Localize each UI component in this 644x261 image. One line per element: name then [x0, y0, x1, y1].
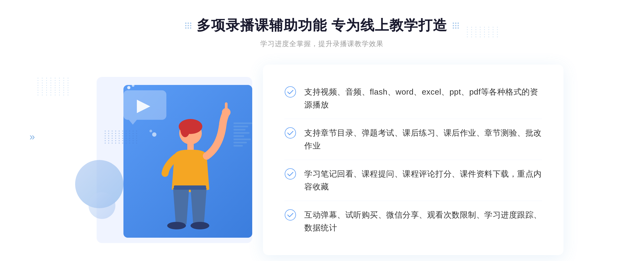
feature-text-3: 学习笔记回看、课程提问、课程评论打分、课件资料下载，重点内容收藏 [304, 167, 542, 193]
check-circle-icon-2 [284, 127, 296, 139]
page-title: 多项录播课辅助功能 专为线上教学打造 [197, 16, 447, 35]
check-circle-icon-1 [284, 86, 296, 98]
page-header: 多项录播课辅助功能 专为线上教学打造 学习进度全掌握，提升录播课教学效果 [185, 16, 459, 49]
feature-text-1: 支持视频、音频、flash、word、excel、ppt、pdf等各种格式的资源… [304, 85, 542, 111]
header-dot-right [453, 23, 459, 29]
feature-item-3: 学习笔记回看、课程提问、课程评论打分、课件资料下载，重点内容收藏 [284, 160, 542, 201]
feature-item-4: 互动弹幕、试听购买、微信分享、观看次数限制、学习进度跟踪、数据统计 [284, 201, 542, 242]
svg-rect-13 [174, 185, 206, 190]
main-content: 支持视频、音频、flash、word、excel、ppt、pdf等各种格式的资源… [80, 65, 564, 255]
svg-point-12 [191, 222, 209, 229]
decoration-dots-right [467, 27, 488, 48]
svg-point-16 [285, 87, 296, 97]
feature-text-4: 互动弹幕、试听购买、微信分享、观看次数限制、学习进度跟踪、数据统计 [304, 208, 542, 234]
check-icon-4 [284, 209, 296, 221]
svg-point-11 [167, 222, 186, 229]
feature-item-1: 支持视频、音频、flash、word、excel、ppt、pdf等各种格式的资源… [284, 78, 542, 119]
svg-marker-1 [129, 120, 137, 125]
check-icon-2 [284, 127, 296, 139]
features-panel: 支持视频、音频、flash、word、excel、ppt、pdf等各种格式的资源… [263, 65, 564, 255]
chevron-decoration: » [30, 131, 35, 143]
svg-point-17 [285, 128, 296, 138]
feature-text-2: 支持章节目录、弹题考试、课后练习、课后作业、章节测验、批改作业 [304, 126, 542, 152]
svg-point-19 [285, 210, 296, 220]
svg-point-4 [132, 84, 134, 87]
check-circle-icon-3 [284, 168, 296, 180]
page-subtitle: 学习进度全掌握，提升录播课教学效果 [185, 39, 459, 49]
character-illustration [107, 82, 247, 243]
check-icon-3 [284, 168, 296, 180]
svg-point-18 [285, 169, 296, 179]
check-circle-icon-4 [284, 209, 296, 221]
page-container: » 多项录播课辅助功能 专为线上教学打造 学习进度全掌握，提升录播课教学效果 [0, 0, 644, 261]
svg-point-14 [152, 132, 156, 137]
svg-rect-8 [187, 143, 194, 150]
svg-point-3 [127, 86, 130, 89]
illustration-area [80, 69, 263, 251]
decoration-dots-left [38, 78, 70, 110]
svg-point-7 [180, 121, 190, 137]
svg-point-15 [149, 130, 152, 132]
header-dot-left [185, 23, 191, 29]
feature-item-2: 支持章节目录、弹题考试、课后练习、课后作业、章节测验、批改作业 [284, 119, 542, 160]
check-icon-1 [284, 86, 296, 98]
